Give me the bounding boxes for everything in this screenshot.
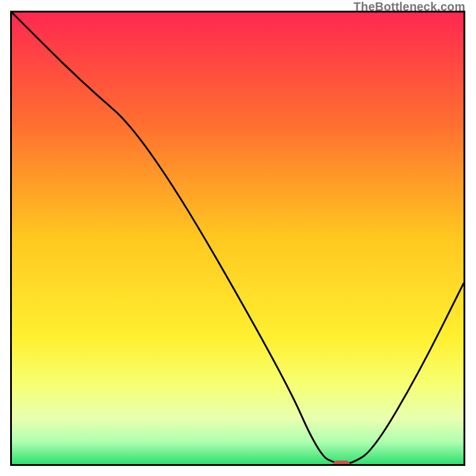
optimal-marker xyxy=(333,461,350,464)
bottleneck-curve xyxy=(12,12,464,464)
plot-area xyxy=(12,12,464,464)
